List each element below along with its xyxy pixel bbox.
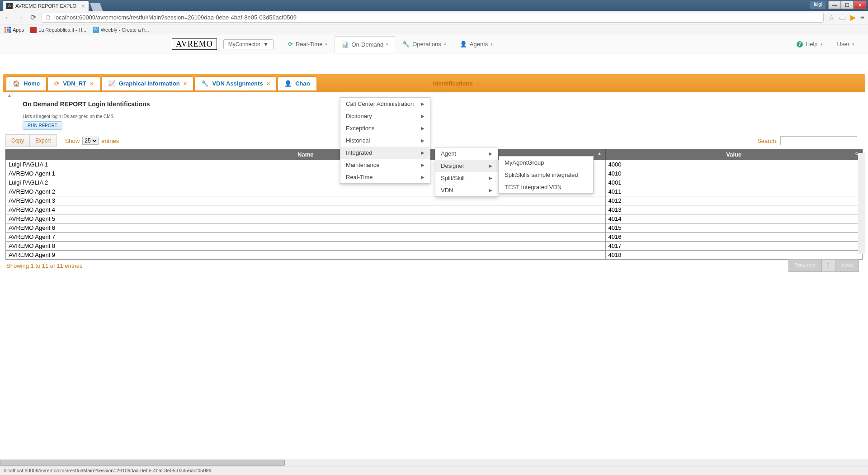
- device-icon[interactable]: ▭: [839, 13, 846, 22]
- dd-designer[interactable]: Designer▶: [435, 160, 498, 172]
- bookmark-2[interactable]: W Weebly - Create a fr...: [93, 27, 149, 33]
- dd-splitskills-sample[interactable]: SplitSkills sample integrated: [499, 169, 593, 181]
- browser-tab-strip: A AVREMO REPORT EXPLO × luigi — ☐ ✕: [0, 0, 868, 11]
- menu-agents[interactable]: 👤 Agents ▾: [453, 36, 499, 52]
- maximize-button[interactable]: ☐: [841, 1, 854, 9]
- entries-label: entries: [101, 138, 119, 144]
- table-info: Showing 1 to 11 of 11 entries: [6, 262, 865, 269]
- table-row[interactable]: AVREMO Agent 94018: [6, 251, 863, 260]
- vertical-scrollbar[interactable]: [858, 153, 865, 254]
- menu-label: Operations: [412, 41, 441, 48]
- cell-name: AVREMO Agent 4: [6, 205, 606, 214]
- bookmark-label: Weebly - Create a fr...: [101, 27, 149, 33]
- address-bar[interactable]: 🗋 localhost:60009/avremo/cms/restful/Mai…: [42, 13, 824, 23]
- bookmark-favicon-icon: W: [93, 27, 99, 33]
- cell-name: AVREMO Agent 3: [6, 196, 606, 205]
- export-button[interactable]: Export: [29, 134, 57, 147]
- close-tab-icon[interactable]: ×: [267, 80, 270, 87]
- strip-caret-icon[interactable]: ▲: [7, 93, 12, 98]
- dd-maintenance[interactable]: Maintenance▶: [340, 159, 430, 171]
- copy-button[interactable]: Copy: [5, 134, 29, 147]
- table-row[interactable]: AVREMO Agent 44013: [6, 205, 863, 214]
- new-tab-button[interactable]: [90, 3, 103, 11]
- dd-vdn[interactable]: VDN▶: [435, 184, 498, 196]
- col-value-header[interactable]: Value◇: [605, 149, 863, 160]
- tab-label: Graphical Information: [119, 80, 180, 87]
- next-page-button[interactable]: Next: [836, 259, 859, 272]
- horizontal-scrollbar[interactable]: [0, 459, 868, 466]
- prev-page-button[interactable]: Previous: [788, 259, 821, 272]
- caret-down-icon: ▾: [325, 42, 327, 47]
- star-icon[interactable]: ☆: [828, 13, 835, 22]
- search-label: Search:: [757, 138, 778, 144]
- menu-operations[interactable]: 🔧 Operations ▾: [396, 36, 453, 52]
- cell-value: 4011: [605, 187, 863, 196]
- page-1-button[interactable]: 1: [821, 259, 836, 272]
- close-tab-icon[interactable]: ×: [476, 80, 480, 87]
- person-icon: 👤: [460, 41, 467, 48]
- back-button[interactable]: ←: [4, 14, 12, 22]
- play-icon[interactable]: ▶: [850, 13, 856, 22]
- table-row[interactable]: AVREMO Agent 14010: [6, 169, 863, 178]
- run-report-button[interactable]: RUN REPORT: [23, 121, 62, 130]
- chart-icon: 📈: [108, 80, 115, 87]
- table-row[interactable]: AVREMO Agent 74016: [6, 233, 863, 242]
- menu-ondemand[interactable]: 📊 On-Demand ▾: [335, 36, 395, 53]
- cell-value: 4012: [605, 196, 863, 205]
- menu-realtime[interactable]: ⟳ Real-Time ▾: [282, 36, 334, 52]
- menu-label: Agents: [470, 41, 488, 48]
- dd-agent[interactable]: Agent▶: [435, 147, 498, 160]
- dd-call-center-admin[interactable]: Call Center Administration▶: [340, 98, 430, 110]
- dd-integrated[interactable]: Integrated▶: [340, 147, 430, 159]
- page-size-select[interactable]: 25: [82, 137, 99, 145]
- cell-value: 4000: [605, 160, 863, 169]
- tab-identifications[interactable]: Identifications ×: [427, 77, 486, 90]
- search-input[interactable]: [780, 136, 857, 145]
- dd-historical[interactable]: Historical▶: [340, 134, 430, 147]
- table-row[interactable]: AVREMO Agent 84017: [6, 242, 863, 251]
- scrollbar-thumb[interactable]: [0, 460, 285, 466]
- table-row[interactable]: AVREMO Agent 54014: [6, 214, 863, 223]
- close-tab-icon[interactable]: ×: [81, 3, 85, 10]
- cell-value: 4010: [605, 169, 863, 178]
- minimize-button[interactable]: —: [828, 1, 841, 9]
- close-tab-icon[interactable]: ×: [184, 80, 187, 87]
- table-row[interactable]: Luigi PAGLIA 14000: [6, 160, 863, 169]
- menu-icon[interactable]: ≡: [860, 14, 864, 22]
- tab-graphical-info[interactable]: 📈 Graphical Information ×: [102, 77, 193, 90]
- table-row[interactable]: AVREMO Agent 64015: [6, 223, 863, 233]
- tab-chan[interactable]: 👤 Chan: [278, 77, 316, 90]
- dd-split-skill[interactable]: Split/Skill▶: [435, 172, 498, 184]
- connector-dropdown[interactable]: MyConnector ▼: [223, 39, 274, 49]
- dd-dictionary[interactable]: Dictionary▶: [340, 110, 430, 122]
- bookmark-1[interactable]: La Repubblica.it - H...: [30, 27, 86, 33]
- browser-user-badge[interactable]: luigi: [810, 1, 826, 9]
- dd-test-integrated-vdn[interactable]: TEST Integrated VDN: [499, 181, 593, 193]
- home-icon: 🏠: [13, 80, 20, 87]
- cell-value: 4018: [605, 251, 863, 260]
- tab-home[interactable]: 🏠 Home: [6, 77, 46, 90]
- cell-name: AVREMO Agent 9: [6, 251, 606, 260]
- chevron-right-icon: ▶: [421, 175, 425, 180]
- integrated-submenu: Agent▶ Designer▶ Split/Skill▶ VDN▶: [435, 147, 498, 197]
- user-menu[interactable]: User ▾: [833, 38, 859, 50]
- dd-realtime-sub[interactable]: Real-Time▶: [340, 171, 430, 183]
- dd-myagentgroup[interactable]: MyAgentGroup: [499, 157, 593, 169]
- dd-exceptions[interactable]: Exceptions▶: [340, 122, 430, 134]
- close-tab-icon[interactable]: ×: [90, 80, 94, 87]
- logo: AVREMO: [172, 38, 217, 50]
- tab-vdn-rt[interactable]: ⟳ VDN_RT ×: [48, 77, 100, 90]
- table-row[interactable]: AVREMO Agent 24011: [6, 187, 863, 196]
- browser-tab[interactable]: A AVREMO REPORT EXPLO ×: [3, 1, 89, 11]
- forward-button[interactable]: →: [16, 14, 24, 22]
- table-row[interactable]: Luigi PAGLIA 24001: [6, 178, 863, 187]
- reload-button[interactable]: ⟳: [29, 14, 37, 22]
- close-window-button[interactable]: ✕: [854, 1, 866, 9]
- tab-vdn-assignments[interactable]: 🔧 VDN Assignments ×: [195, 77, 276, 90]
- apps-button[interactable]: Apps: [5, 27, 24, 33]
- caret-down-icon: ▼: [263, 41, 269, 48]
- help-menu[interactable]: ? Help ▾: [792, 38, 827, 50]
- chart-icon: 📊: [341, 41, 349, 48]
- chevron-right-icon: ▶: [489, 176, 492, 180]
- table-row[interactable]: AVREMO Agent 34012: [6, 196, 863, 205]
